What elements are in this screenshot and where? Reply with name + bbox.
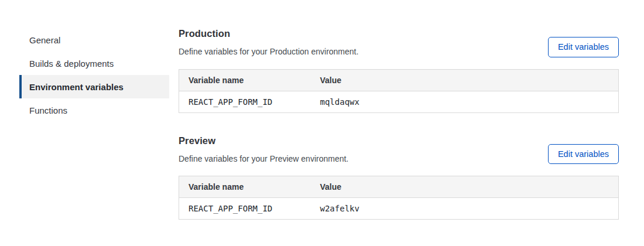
value-column-header: Value — [311, 176, 619, 198]
variable-name-column-header: Variable name — [179, 176, 311, 198]
production-description: Define variables for your Production env… — [179, 47, 358, 56]
sidebar-item-general[interactable]: General — [19, 28, 169, 52]
preview-variables-table: Variable name Value REACT_APP_FORM_ID w2… — [179, 176, 619, 220]
preview-title: Preview — [179, 135, 348, 146]
preview-description: Define variables for your Preview enviro… — [179, 154, 348, 163]
settings-content: Production Define variables for your Pro… — [179, 28, 619, 220]
sidebar-item-label: Environment variables — [29, 82, 124, 92]
settings-sidebar: General Builds & deployments Environment… — [19, 28, 169, 220]
variable-name-cell: REACT_APP_FORM_ID — [179, 198, 311, 220]
production-edit-variables-button[interactable]: Edit variables — [548, 37, 619, 57]
value-column-header: Value — [311, 69, 619, 91]
production-variables-table: Variable name Value REACT_APP_FORM_ID mq… — [179, 69, 619, 113]
variable-name-cell: REACT_APP_FORM_ID — [179, 91, 311, 112]
production-section: Production Define variables for your Pro… — [179, 28, 619, 113]
sidebar-item-label: Builds & deployments — [29, 59, 114, 69]
value-cell: mqldaqwx — [311, 91, 619, 112]
sidebar-item-builds-deployments[interactable]: Builds & deployments — [19, 52, 169, 75]
preview-section-titles: Preview Define variables for your Previe… — [179, 135, 348, 163]
settings-page: General Builds & deployments Environment… — [0, 0, 644, 220]
preview-edit-variables-button[interactable]: Edit variables — [548, 144, 619, 165]
production-section-header: Production Define variables for your Pro… — [179, 28, 619, 57]
sidebar-item-environment-variables[interactable]: Environment variables — [19, 75, 169, 98]
table-header-row: Variable name Value — [179, 176, 619, 198]
sidebar-item-label: Functions — [29, 105, 67, 115]
sidebar-item-functions[interactable]: Functions — [19, 98, 169, 122]
preview-section-header: Preview Define variables for your Previe… — [179, 135, 619, 165]
table-row: REACT_APP_FORM_ID mqldaqwx — [179, 91, 619, 112]
table-header-row: Variable name Value — [179, 69, 619, 91]
table-row: REACT_APP_FORM_ID w2afelkv — [179, 198, 619, 220]
production-title: Production — [179, 28, 358, 39]
sidebar-item-label: General — [29, 35, 60, 45]
value-cell: w2afelkv — [311, 198, 619, 220]
production-section-titles: Production Define variables for your Pro… — [179, 28, 358, 56]
variable-name-column-header: Variable name — [179, 69, 311, 91]
preview-section: Preview Define variables for your Previe… — [179, 135, 619, 220]
